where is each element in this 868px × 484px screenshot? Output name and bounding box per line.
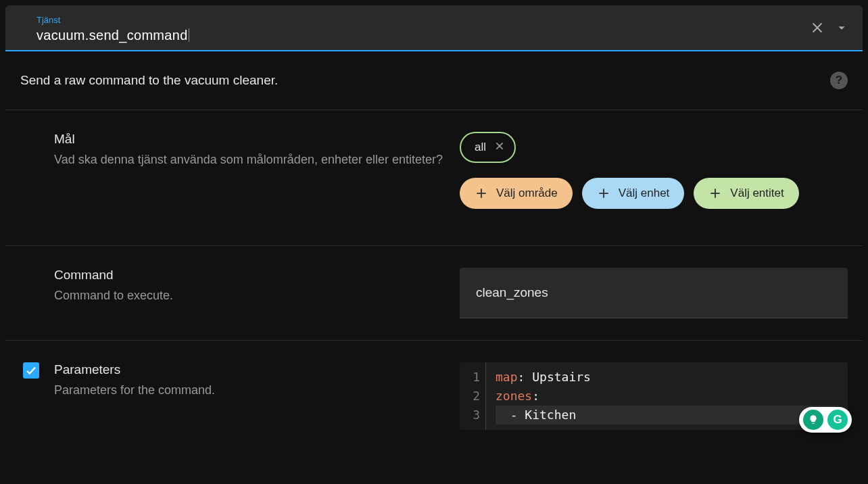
service-field-value: vacuum.send_command xyxy=(37,28,810,43)
selected-target-label: all xyxy=(475,141,486,154)
grammarly-g-icon: G xyxy=(827,410,848,430)
parameters-section: Parameters Parameters for the command. 1… xyxy=(5,341,863,452)
pick-device-button[interactable]: Välj enhet xyxy=(582,178,685,209)
targets-section: Mål Vad ska denna tjänst använda som mål… xyxy=(5,110,863,246)
plus-icon xyxy=(597,187,610,200)
code-line: zones: xyxy=(496,387,838,406)
parameters-checkbox[interactable] xyxy=(23,362,39,379)
pick-device-label: Välj enhet xyxy=(619,187,670,200)
code-gutter: 1 2 3 xyxy=(460,362,486,430)
pick-entity-button[interactable]: Välj entitet xyxy=(694,178,798,209)
code-line: map: Upstairs xyxy=(496,368,838,387)
targets-title: Mål xyxy=(54,132,446,147)
remove-target-icon[interactable] xyxy=(494,141,505,155)
command-description: Command to execute. xyxy=(54,287,446,306)
code-line: - Kitchen xyxy=(496,406,838,425)
service-selector[interactable]: Tjänst vacuum.send_command xyxy=(5,5,863,51)
pick-area-label: Välj område xyxy=(496,187,558,200)
plus-icon xyxy=(475,187,488,200)
bulb-icon xyxy=(803,410,823,430)
service-description-row: Send a raw command to the vacuum cleaner… xyxy=(5,51,863,110)
chevron-down-icon[interactable] xyxy=(834,20,849,38)
targets-description: Vad ska denna tjänst använda som målområ… xyxy=(54,151,446,170)
help-icon[interactable]: ? xyxy=(830,72,848,89)
pick-area-button[interactable]: Välj område xyxy=(460,178,573,209)
service-description: Send a raw command to the vacuum cleaner… xyxy=(20,73,830,88)
clear-service-icon[interactable] xyxy=(810,20,825,38)
grammarly-widget[interactable]: G xyxy=(799,407,852,433)
pick-entity-label: Välj entitet xyxy=(730,187,783,200)
parameters-title: Parameters xyxy=(54,362,446,377)
command-input[interactable]: clean_zones xyxy=(460,268,848,318)
selected-target-chip[interactable]: all xyxy=(460,132,516,163)
parameters-description: Parameters for the command. xyxy=(54,381,446,400)
service-field-label: Tjänst xyxy=(37,15,810,25)
code-body[interactable]: map: Upstairs zones: - Kitchen xyxy=(486,362,848,430)
plus-icon xyxy=(708,187,722,200)
command-title: Command xyxy=(54,268,446,283)
command-section: Command Command to execute. clean_zones xyxy=(5,246,863,341)
parameters-code-editor[interactable]: 1 2 3 map: Upstairs zones: - Kitchen xyxy=(460,362,848,430)
